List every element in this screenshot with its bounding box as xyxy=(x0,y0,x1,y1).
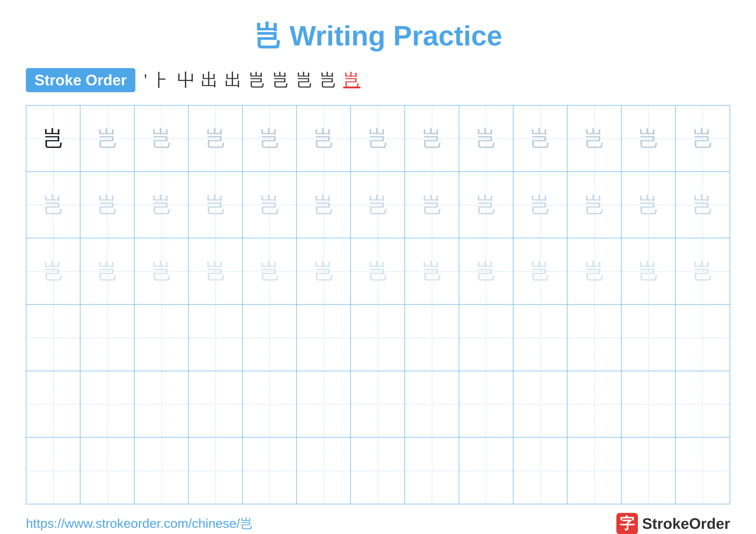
char-ghost: 岂 xyxy=(150,128,172,149)
stroke-step-2: ⺊ xyxy=(153,68,171,92)
grid-row-6 xyxy=(26,438,730,504)
grid-cell-4-6 xyxy=(297,305,351,370)
grid-cell-3-10: 岂 xyxy=(513,238,567,304)
char-ghost-light: 岂 xyxy=(583,194,605,216)
stroke-order-badge: Stroke Order xyxy=(26,68,135,92)
stroke-step-1: ' xyxy=(144,70,147,90)
footer-logo: 字 StrokeOrder xyxy=(616,513,730,534)
logo-character: 字 xyxy=(620,514,635,534)
grid-cell-1-3: 岂 xyxy=(134,106,189,171)
grid-cell-5-9 xyxy=(459,371,513,437)
grid-cell-3-6: 岂 xyxy=(297,238,351,304)
grid-cell-2-12: 岂 xyxy=(622,172,676,238)
grid-cell-6-10 xyxy=(513,438,567,504)
grid-cell-4-2 xyxy=(80,305,134,370)
grid-cell-2-3: 岂 xyxy=(134,172,189,238)
char-ghost-lighter: 岂 xyxy=(421,261,443,282)
grid-cell-4-7 xyxy=(351,305,405,370)
char-ghost-light: 岂 xyxy=(42,194,64,216)
footer: https://www.strokeorder.com/chinese/岂 字 … xyxy=(26,513,730,534)
grid-cell-1-6: 岂 xyxy=(297,106,351,171)
char-ghost: 岂 xyxy=(259,128,281,149)
grid-cell-5-11 xyxy=(567,371,622,437)
stroke-step-8: 岂 xyxy=(296,68,313,92)
grid-cell-3-9: 岂 xyxy=(459,238,513,304)
char-solid: 岂 xyxy=(42,128,64,149)
char-ghost-lighter: 岂 xyxy=(475,261,497,282)
grid-cell-2-5: 岂 xyxy=(243,172,297,238)
grid-cell-5-7 xyxy=(351,371,405,437)
char-ghost: 岂 xyxy=(692,128,713,149)
grid-row-4 xyxy=(26,305,730,371)
grid-cell-6-12 xyxy=(622,438,676,504)
grid-cell-1-4: 岂 xyxy=(189,106,243,171)
char-ghost-lighter: 岂 xyxy=(313,261,335,282)
footer-url[interactable]: https://www.strokeorder.com/chinese/岂 xyxy=(26,515,253,532)
practice-grid: 岂 岂 岂 岂 岂 岂 岂 岂 岂 xyxy=(26,105,730,504)
char-ghost-lighter: 岂 xyxy=(42,261,64,282)
grid-cell-3-7: 岂 xyxy=(351,238,405,304)
grid-row-3: 岂 岂 岂 岂 岂 岂 岂 岂 岂 xyxy=(26,238,730,305)
strokeorder-logo-icon: 字 xyxy=(616,513,638,534)
char-ghost-lighter: 岂 xyxy=(259,261,281,282)
grid-cell-1-2: 岂 xyxy=(80,106,134,171)
grid-cell-1-13: 岂 xyxy=(676,106,730,171)
logo-text: StrokeOrder xyxy=(642,515,730,532)
grid-cell-1-8: 岂 xyxy=(405,106,459,171)
grid-cell-1-10: 岂 xyxy=(513,106,567,171)
grid-cell-1-12: 岂 xyxy=(622,106,676,171)
char-ghost: 岂 xyxy=(367,128,389,149)
char-ghost-light: 岂 xyxy=(692,194,713,216)
stroke-step-6: 岂 xyxy=(248,68,265,92)
stroke-step-7: 岂 xyxy=(272,68,289,92)
char-ghost-light: 岂 xyxy=(205,194,226,216)
stroke-step-10: 岂 xyxy=(343,68,360,92)
grid-cell-3-12: 岂 xyxy=(622,238,676,304)
grid-cell-6-1 xyxy=(26,438,80,504)
grid-cell-3-4: 岂 xyxy=(189,238,243,304)
grid-cell-2-9: 岂 xyxy=(459,172,513,238)
grid-cell-4-11 xyxy=(567,305,622,370)
char-ghost: 岂 xyxy=(475,128,497,149)
grid-cell-6-7 xyxy=(351,438,405,504)
grid-cell-2-11: 岂 xyxy=(567,172,622,238)
grid-cell-2-8: 岂 xyxy=(405,172,459,238)
grid-cell-5-4 xyxy=(189,371,243,437)
grid-cell-2-10: 岂 xyxy=(513,172,567,238)
grid-cell-5-5 xyxy=(243,371,297,437)
grid-cell-6-5 xyxy=(243,438,297,504)
char-ghost-light: 岂 xyxy=(421,194,443,216)
grid-row-5 xyxy=(26,371,730,438)
grid-cell-4-10 xyxy=(513,305,567,370)
grid-cell-2-7: 岂 xyxy=(351,172,405,238)
grid-cell-6-6 xyxy=(297,438,351,504)
stroke-steps: ' ⺊ 屮 出 出 岂 岂 岂 岂 岂 xyxy=(144,68,360,92)
grid-cell-5-13 xyxy=(676,371,730,437)
char-ghost-lighter: 岂 xyxy=(529,261,551,282)
grid-cell-5-1 xyxy=(26,371,80,437)
grid-cell-4-4 xyxy=(189,305,243,370)
grid-cell-5-6 xyxy=(297,371,351,437)
title-character: 岂 Writing Practice xyxy=(254,20,502,51)
char-ghost-lighter: 岂 xyxy=(96,261,118,282)
grid-cell-6-13 xyxy=(676,438,730,504)
char-ghost: 岂 xyxy=(583,128,605,149)
grid-cell-3-13: 岂 xyxy=(676,238,730,304)
char-ghost-lighter: 岂 xyxy=(692,261,713,282)
stroke-step-5: 出 xyxy=(225,68,242,92)
grid-cell-3-3: 岂 xyxy=(134,238,189,304)
char-ghost-light: 岂 xyxy=(313,194,335,216)
char-ghost-lighter: 岂 xyxy=(367,261,389,282)
grid-cell-5-2 xyxy=(80,371,134,437)
grid-cell-4-5 xyxy=(243,305,297,370)
stroke-step-3: 屮 xyxy=(177,68,194,92)
grid-cell-1-7: 岂 xyxy=(351,106,405,171)
char-ghost-light: 岂 xyxy=(96,194,118,216)
char-ghost-light: 岂 xyxy=(367,194,389,216)
grid-cell-1-11: 岂 xyxy=(567,106,622,171)
grid-cell-6-2 xyxy=(80,438,134,504)
grid-cell-2-6: 岂 xyxy=(297,172,351,238)
grid-cell-3-11: 岂 xyxy=(567,238,622,304)
char-ghost: 岂 xyxy=(421,128,443,149)
char-ghost: 岂 xyxy=(313,128,335,149)
